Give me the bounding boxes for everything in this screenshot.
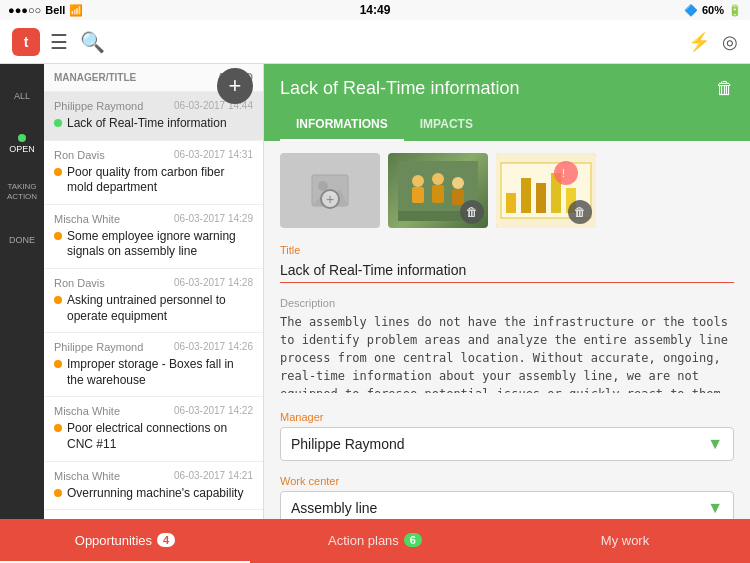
item-date: 06-03-2017 14:28 bbox=[174, 277, 253, 289]
sidebar-item-all[interactable]: ALL bbox=[0, 72, 44, 120]
tab-impacts[interactable]: IMPACTS bbox=[404, 109, 489, 141]
item-title: Poor electrical connections on CNC #11 bbox=[67, 421, 253, 452]
svg-text:!: ! bbox=[562, 168, 565, 179]
manager-value: Philippe Raymond bbox=[291, 436, 405, 452]
top-nav: t ☰ 🔍 ⚡ ◎ bbox=[0, 20, 750, 64]
chevron-down-icon: ▼ bbox=[707, 499, 723, 517]
bluetooth-icon: 🔷 bbox=[684, 4, 698, 17]
work-center-select[interactable]: Assembly line ▼ bbox=[280, 491, 734, 519]
list-item[interactable]: Mischa White 06-03-2017 14:21 Overrunnin… bbox=[44, 462, 263, 511]
tab-action-plans[interactable]: Action plans 6 bbox=[250, 519, 500, 563]
list-item[interactable]: Ron Davis 06-03-2017 14:28 Asking untrai… bbox=[44, 269, 263, 333]
item-title: Some employee ignore warning signals on … bbox=[67, 229, 253, 260]
open-dot bbox=[18, 134, 26, 142]
battery-icon: 🔋 bbox=[728, 4, 742, 17]
item-author: Ron Davis bbox=[54, 277, 105, 289]
list-item[interactable]: Mischa White 06-03-2017 14:29 Some emplo… bbox=[44, 205, 263, 269]
image-delete-button[interactable]: 🗑 bbox=[460, 200, 484, 224]
description-input[interactable]: The assembly lines do not have the infra… bbox=[280, 313, 734, 393]
detail-tabs: INFORMATIONS IMPACTS bbox=[280, 109, 734, 141]
image-workers: 🗑 bbox=[388, 153, 488, 228]
title-label: Title bbox=[280, 244, 734, 256]
image-delete-button[interactable]: 🗑 bbox=[568, 200, 592, 224]
battery-level: 60% bbox=[702, 4, 724, 16]
detail-panel: Lack of Real-Time information 🗑 INFORMAT… bbox=[264, 64, 750, 519]
item-author: Mischa White bbox=[54, 405, 120, 417]
hamburger-menu-button[interactable]: ☰ bbox=[50, 30, 68, 54]
sidebar-item-taking-action[interactable]: TAKING ACTION bbox=[0, 168, 44, 216]
sidebar-item-done[interactable]: DONE bbox=[0, 216, 44, 264]
opportunities-badge: 4 bbox=[157, 533, 175, 547]
sidebar-item-open[interactable]: OPEN bbox=[0, 120, 44, 168]
item-status-dot bbox=[54, 489, 62, 497]
tab-my-work[interactable]: My work bbox=[500, 519, 750, 563]
item-title: Overrunning machine's capability bbox=[67, 486, 243, 502]
svg-rect-15 bbox=[536, 183, 546, 213]
item-date: 06-03-2017 14:31 bbox=[174, 149, 253, 161]
svg-rect-9 bbox=[452, 189, 464, 205]
list-item[interactable]: Ron Davis 06-03-2017 14:31 Poor quality … bbox=[44, 141, 263, 205]
list-header-title: MANAGER/TITLE bbox=[54, 72, 136, 83]
detail-header: Lack of Real-Time information 🗑 INFORMAT… bbox=[264, 64, 750, 141]
item-date: 06-03-2017 14:21 bbox=[174, 470, 253, 482]
item-date: 06-03-2017 14:26 bbox=[174, 341, 253, 353]
left-sidebar: ALL OPEN TAKING ACTION DONE bbox=[0, 64, 44, 519]
list-item[interactable]: Mischa White 06-03-2017 14:22 Poor elect… bbox=[44, 397, 263, 461]
done-label: DONE bbox=[9, 235, 35, 245]
image-chart: ! 🗑 bbox=[496, 153, 596, 228]
item-title: Lack of Real-Time information bbox=[67, 116, 227, 132]
item-author: Philippe Raymond bbox=[54, 100, 143, 112]
list-item[interactable]: Philippe Raymond 06-03-2017 14:26 Improp… bbox=[44, 333, 263, 397]
tab-informations[interactable]: INFORMATIONS bbox=[280, 109, 404, 141]
item-author: Ron Davis bbox=[54, 149, 105, 161]
add-item-button[interactable]: + bbox=[217, 68, 253, 104]
opportunities-label: Opportunities bbox=[75, 533, 152, 548]
item-author: Mischa White bbox=[54, 213, 120, 225]
search-button[interactable]: 🔍 bbox=[80, 30, 105, 54]
item-title: Asking untrained personnel to operate eq… bbox=[67, 293, 253, 324]
svg-rect-7 bbox=[432, 185, 444, 203]
manager-select[interactable]: Philippe Raymond ▼ bbox=[280, 427, 734, 461]
all-label: ALL bbox=[14, 91, 30, 101]
delete-button[interactable]: 🗑 bbox=[716, 78, 734, 99]
nav-right-actions: ⚡ ◎ bbox=[688, 31, 738, 53]
filter-icon[interactable]: ⚡ bbox=[688, 31, 710, 53]
item-title: Poor quality from carbon fiber mold depa… bbox=[67, 165, 253, 196]
detail-content: + bbox=[264, 141, 750, 519]
svg-rect-13 bbox=[506, 193, 516, 213]
taking-action-label: TAKING ACTION bbox=[0, 182, 44, 201]
svg-point-8 bbox=[452, 177, 464, 189]
status-time: 14:49 bbox=[360, 3, 391, 17]
manager-label: Manager bbox=[280, 411, 734, 423]
status-bar: ●●●○○ Bell 📶 14:49 🔷 60% 🔋 bbox=[0, 0, 750, 20]
image-placeholder: + bbox=[280, 153, 380, 228]
item-status-dot bbox=[54, 119, 62, 127]
work-center-field-group: Work center Assembly line ▼ bbox=[280, 475, 734, 519]
action-plans-label: Action plans bbox=[328, 533, 399, 548]
open-label: OPEN bbox=[9, 144, 35, 154]
status-right: 🔷 60% 🔋 bbox=[684, 4, 742, 17]
list-panel: MANAGER/TITLE ADDED + Philippe Raymond 0… bbox=[44, 64, 264, 519]
wifi-icon: 📶 bbox=[69, 4, 83, 17]
item-status-dot bbox=[54, 296, 62, 304]
svg-point-4 bbox=[412, 175, 424, 187]
item-status-dot bbox=[54, 424, 62, 432]
title-input[interactable] bbox=[280, 260, 734, 283]
work-center-label: Work center bbox=[280, 475, 734, 487]
item-author: Philippe Raymond bbox=[54, 341, 143, 353]
detail-title: Lack of Real-Time information bbox=[280, 78, 519, 99]
item-date: 06-03-2017 14:22 bbox=[174, 405, 253, 417]
description-field-group: Description The assembly lines do not ha… bbox=[280, 297, 734, 397]
chevron-down-icon: ▼ bbox=[707, 435, 723, 453]
manager-field-group: Manager Philippe Raymond ▼ bbox=[280, 411, 734, 461]
app-logo[interactable]: t bbox=[12, 28, 40, 56]
svg-point-18 bbox=[554, 161, 578, 185]
work-center-value: Assembly line bbox=[291, 500, 377, 516]
item-status-dot bbox=[54, 232, 62, 240]
connectivity-icon[interactable]: ◎ bbox=[722, 31, 738, 53]
item-status-dot bbox=[54, 360, 62, 368]
tab-opportunities[interactable]: Opportunities 4 bbox=[0, 519, 250, 563]
main-layout: ALL OPEN TAKING ACTION DONE MANAGER/TITL… bbox=[0, 64, 750, 519]
status-carrier: ●●●○○ Bell 📶 bbox=[8, 4, 83, 17]
item-status-dot bbox=[54, 168, 62, 176]
